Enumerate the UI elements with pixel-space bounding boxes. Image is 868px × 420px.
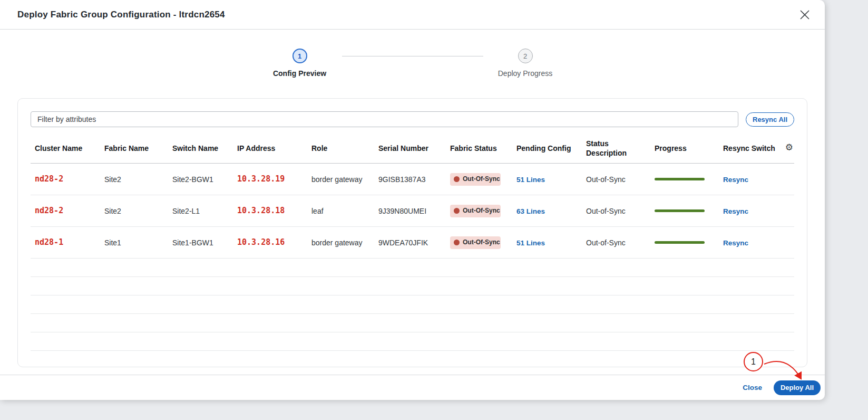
empty-table-row <box>31 259 794 277</box>
header-pending-config: Pending Config <box>512 140 582 158</box>
status-badge: Out-Of-Sync <box>450 205 501 217</box>
deploy-all-button[interactable]: Deploy All <box>774 380 821 395</box>
cell-switch-name: Site2-BGW1 <box>168 171 233 187</box>
switches-table: Cluster Name Fabric Name Switch Name IP … <box>31 136 794 351</box>
cell-serial-number: 9WDEA70JFIK <box>374 235 446 251</box>
pending-config-link[interactable]: 51 Lines <box>516 176 545 184</box>
cell-status-description: Out-of-Sync <box>582 203 650 219</box>
pending-config-link[interactable]: 63 Lines <box>516 207 545 215</box>
progress-bar <box>655 209 705 212</box>
cell-fabric-name: Site2 <box>100 171 168 187</box>
header-progress: Progress <box>650 140 719 158</box>
status-dot-icon <box>454 176 460 182</box>
cell-status-description: Out-of-Sync <box>582 171 650 187</box>
resync-all-button[interactable]: Resync All <box>746 112 794 127</box>
cell-resync-switch: Resync <box>719 203 782 219</box>
close-link[interactable]: Close <box>743 384 762 392</box>
status-badge: Out-Of-Sync <box>450 236 501 249</box>
status-dot-icon <box>454 208 460 214</box>
status-badge: Out-Of-Sync <box>450 173 501 186</box>
cell-pending-config: 63 Lines <box>512 203 582 219</box>
step-2-circle: 2 <box>518 49 533 63</box>
cell-switch-name: Site1-BGW1 <box>168 235 233 251</box>
cell-role: border gateway <box>307 171 374 187</box>
cell-serial-number: 9J39N80UMEI <box>374 203 446 219</box>
cell-fabric-status: Out-Of-Sync <box>446 170 512 189</box>
step-deploy-progress[interactable]: 2 Deploy Progress <box>483 49 568 78</box>
cell-ip-address: 10.3.28.18 <box>233 203 307 219</box>
cell-progress <box>650 175 719 184</box>
cell-fabric-name: Site2 <box>100 203 168 219</box>
cell-cluster-name: nd28-1 <box>31 234 100 251</box>
wizard-stepper: 1 Config Preview 2 Deploy Progress <box>0 30 825 78</box>
cell-fabric-status: Out-Of-Sync <box>446 233 512 252</box>
cell-fabric-name: Site1 <box>100 235 168 251</box>
modal-header: Deploy Fabric Group Configuration - ltrd… <box>0 0 825 30</box>
header-ip-address: IP Address <box>233 140 307 158</box>
cell-switch-name: Site2-L1 <box>168 203 233 219</box>
cell-ip-address: 10.3.28.19 <box>233 171 307 188</box>
cell-serial-number: 9GISB1387A3 <box>374 171 446 187</box>
header-fabric-name: Fabric Name <box>100 140 168 158</box>
header-switch-name: Switch Name <box>168 140 233 158</box>
table-body: nd28-2 Site2 Site2-BGW1 10.3.28.19 borde… <box>31 164 794 351</box>
cell-role: leaf <box>307 203 374 219</box>
config-preview-panel: Resync All Cluster Name Fabric Name Swit… <box>17 98 807 367</box>
cell-fabric-status: Out-Of-Sync <box>446 202 512 221</box>
header-resync-switch: Resync Switch <box>719 140 782 158</box>
progress-bar <box>655 241 705 244</box>
close-button[interactable] <box>797 7 812 22</box>
table-header-row: Cluster Name Fabric Name Switch Name IP … <box>31 136 794 164</box>
empty-table-row <box>31 332 794 351</box>
table-row: nd28-1 Site1 Site1-BGW1 10.3.28.16 borde… <box>31 227 794 259</box>
step-1-circle: 1 <box>292 49 307 63</box>
empty-table-row <box>31 277 794 295</box>
resync-link[interactable]: Resync <box>723 239 748 247</box>
table-row: nd28-2 Site2 Site2-L1 10.3.28.18 leaf 9J… <box>31 195 794 227</box>
header-fabric-status: Fabric Status <box>446 140 512 158</box>
cell-pending-config: 51 Lines <box>512 235 582 251</box>
table-row: nd28-2 Site2 Site2-BGW1 10.3.28.19 borde… <box>31 164 794 195</box>
header-cluster-name: Cluster Name <box>31 140 100 158</box>
status-badge-label: Out-Of-Sync <box>463 175 500 184</box>
step-config-preview[interactable]: 1 Config Preview <box>258 49 342 78</box>
empty-table-row <box>31 314 794 332</box>
cell-resync-switch: Resync <box>719 171 782 188</box>
close-icon <box>799 9 811 21</box>
cell-progress <box>650 238 719 247</box>
cell-progress <box>650 206 719 215</box>
step-2-label: Deploy Progress <box>498 69 553 78</box>
step-1-label: Config Preview <box>273 69 326 78</box>
empty-table-row <box>31 295 794 314</box>
cell-cluster-name: nd28-2 <box>31 171 100 188</box>
cell-status-description: Out-of-Sync <box>582 235 650 251</box>
cell-role: border gateway <box>307 235 374 251</box>
status-dot-icon <box>454 240 460 245</box>
modal-footer: Close Deploy All <box>0 375 825 400</box>
table-toolbar: Resync All <box>31 111 794 127</box>
resync-link[interactable]: Resync <box>723 207 748 215</box>
modal-title: Deploy Fabric Group Configuration - ltrd… <box>17 9 225 20</box>
status-badge-label: Out-Of-Sync <box>463 238 500 247</box>
stepper-connector-line <box>342 56 483 56</box>
filter-input[interactable] <box>31 111 738 127</box>
pending-config-link[interactable]: 51 Lines <box>516 239 545 247</box>
resync-link[interactable]: Resync <box>723 176 748 184</box>
cell-resync-switch: Resync <box>719 235 782 251</box>
annotation-step-circle: 1 <box>744 352 763 371</box>
progress-bar <box>655 178 705 180</box>
column-settings-gear-icon[interactable]: ⚙ <box>785 143 794 156</box>
deploy-fabric-group-modal: Deploy Fabric Group Configuration - ltrd… <box>0 0 825 400</box>
header-status-description: Status Description <box>582 136 650 163</box>
status-badge-label: Out-Of-Sync <box>463 207 500 215</box>
cell-pending-config: 51 Lines <box>512 171 582 188</box>
cell-ip-address: 10.3.28.16 <box>233 234 307 251</box>
header-serial-number: Serial Number <box>374 140 446 158</box>
header-role: Role <box>307 140 374 158</box>
cell-cluster-name: nd28-2 <box>31 203 100 219</box>
